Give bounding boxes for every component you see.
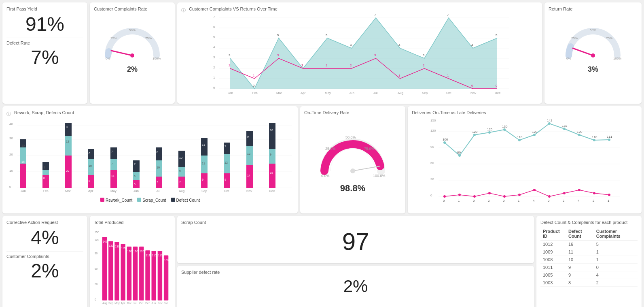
svg-text:Oct: Oct — [224, 189, 229, 193]
svg-text:0.0%: 0.0% — [321, 174, 330, 178]
svg-text:50%: 50% — [129, 28, 136, 32]
svg-text:Jan: Jan — [228, 91, 233, 95]
table-cell: 4 — [594, 271, 638, 279]
svg-text:7: 7 — [134, 163, 136, 166]
svg-text:Apr: Apr — [88, 189, 93, 193]
total-produced-card: Total Produced 0 30 60 90 120 150 142 Au… — [90, 216, 175, 307]
svg-text:5: 5 — [21, 136, 23, 139]
svg-text:12: 12 — [66, 140, 69, 143]
svg-rect-114 — [133, 160, 140, 172]
legend-defect-dot — [171, 198, 175, 202]
svg-text:75%: 75% — [145, 36, 152, 40]
ontime-delivery-title: On-Time Delivery Rate — [304, 110, 401, 115]
svg-text:Nov: Nov — [158, 302, 163, 305]
svg-text:130: 130 — [115, 245, 119, 248]
svg-text:9: 9 — [225, 178, 226, 181]
svg-text:Mar: Mar — [127, 302, 132, 305]
svg-text:0: 0 — [548, 199, 550, 203]
svg-text:1: 1 — [398, 74, 400, 77]
svg-text:Jul: Jul — [133, 302, 137, 305]
svg-text:1: 1 — [213, 76, 215, 79]
table-cell: 11 — [566, 248, 594, 256]
svg-text:120: 120 — [140, 250, 144, 253]
defect-table-card: Defect Count & Complaints for each produ… — [536, 216, 642, 307]
svg-text:75.0%: 75.0% — [364, 147, 375, 151]
svg-text:132: 132 — [562, 124, 568, 128]
legend-rework-dot — [100, 198, 104, 202]
svg-text:16: 16 — [270, 129, 273, 132]
svg-text:3: 3 — [277, 53, 279, 57]
svg-point-188 — [578, 134, 580, 136]
svg-point-184 — [518, 139, 521, 141]
svg-text:15: 15 — [270, 171, 273, 174]
table-row: 101190 — [540, 264, 638, 271]
svg-text:2: 2 — [350, 64, 352, 67]
svg-text:Jun: Jun — [152, 302, 156, 305]
table-cell: 1003 — [540, 279, 566, 287]
corrective-title: Corrective Action Request — [6, 220, 83, 225]
corrective-value: 4% — [6, 227, 83, 249]
svg-point-167 — [350, 168, 355, 173]
svg-text:2: 2 — [326, 64, 328, 67]
svg-text:60: 60 — [95, 267, 98, 270]
svg-text:0%: 0% — [106, 57, 110, 60]
svg-text:111: 111 — [607, 135, 612, 139]
svg-rect-121 — [156, 147, 162, 160]
svg-text:Oct: Oct — [139, 302, 143, 305]
svg-text:0: 0 — [471, 84, 473, 87]
svg-text:10: 10 — [21, 144, 25, 147]
table-cell: 1011 — [540, 264, 566, 271]
complaints-chart-svg: 0 1 2 3 4 5 6 7 — [181, 14, 538, 95]
scrap-count-title: Scrap Count — [181, 220, 530, 225]
info-icon: ⓘ — [181, 7, 186, 13]
svg-text:Sep: Sep — [108, 302, 113, 305]
svg-text:7: 7 — [157, 181, 158, 183]
rework-info-icon: ⓘ — [6, 111, 11, 117]
svg-text:12: 12 — [247, 152, 250, 155]
table-cell: 1009 — [540, 248, 566, 256]
complaints-rate-card: Customer Complaints Rate 0% 25% 50% 75% … — [90, 2, 175, 104]
svg-text:30: 30 — [430, 177, 434, 181]
deliveries-chart-card: Deliveries On-Time vs Late Deliveries 0 … — [408, 106, 642, 213]
svg-text:14: 14 — [247, 174, 250, 177]
svg-text:Jul: Jul — [373, 91, 377, 95]
svg-text:8: 8 — [43, 177, 45, 179]
svg-text:20: 20 — [66, 169, 69, 172]
svg-text:0: 0 — [430, 194, 432, 197]
svg-text:Jul: Jul — [156, 189, 160, 193]
svg-rect-266 — [145, 250, 150, 301]
table-cell: 16 — [566, 241, 594, 248]
col-customer-complaints: Customer Complaints — [594, 227, 638, 241]
complaints-vs-returns-title: Customer Complaints VS Returns Over Time — [189, 6, 278, 11]
table-row: 1009111 — [540, 248, 638, 256]
svg-text:1: 1 — [518, 199, 520, 203]
svg-rect-251 — [114, 242, 119, 300]
svg-rect-254 — [121, 244, 125, 301]
supplier-defect-title: Supplier defect rate — [181, 270, 530, 275]
complaints-rate-gauge: 0% 25% 50% 75% 100% 2% — [94, 14, 171, 79]
return-rate-title: Return Rate — [549, 6, 638, 11]
table-cell: 1 — [594, 256, 638, 264]
svg-text:10: 10 — [179, 156, 182, 159]
svg-text:5: 5 — [213, 35, 215, 39]
rework-scrap-card: ⓘ Rework, Scrap, Defects Count 0 10 20 3… — [2, 106, 298, 213]
svg-text:15: 15 — [21, 160, 25, 163]
svg-rect-263 — [139, 247, 144, 301]
svg-text:1: 1 — [458, 199, 460, 203]
svg-rect-105 — [110, 170, 117, 188]
svg-text:3: 3 — [423, 53, 425, 57]
svg-text:1: 1 — [447, 74, 449, 77]
svg-text:Sep: Sep — [422, 91, 428, 95]
svg-text:Dec: Dec — [495, 91, 500, 95]
svg-rect-269 — [152, 251, 156, 301]
svg-point-183 — [503, 128, 506, 131]
svg-text:May: May — [325, 91, 331, 95]
gauge-svg: 0% 25% 50% 75% 100% — [100, 19, 165, 64]
ontime-delivery-card: On-Time Delivery Rate 0.0% 25.0% 50.0% 7… — [300, 106, 405, 213]
svg-text:7: 7 — [213, 15, 215, 19]
table-cell: 9 — [566, 264, 594, 271]
defect-table-title: Defect Count & Complaints for each produ… — [540, 220, 638, 225]
svg-rect-154 — [269, 164, 275, 188]
table-cell: 8 — [566, 279, 594, 287]
svg-text:4: 4 — [350, 43, 352, 47]
